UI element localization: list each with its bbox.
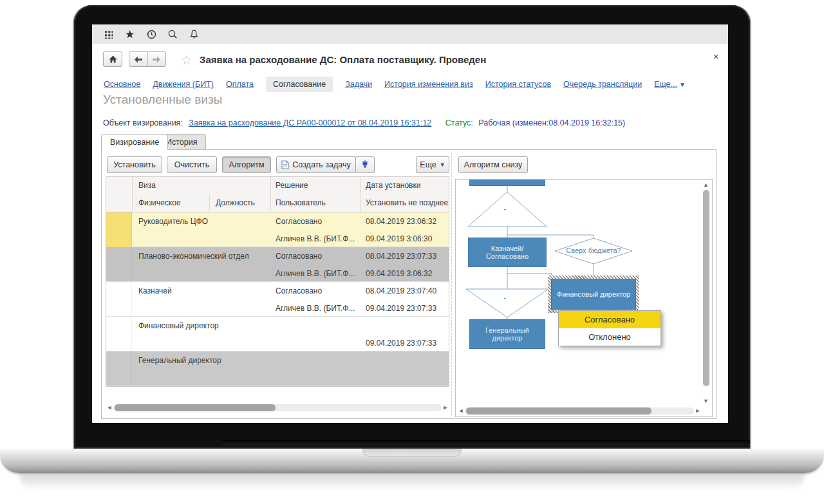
algorithm-button[interactable]: Алгоритм — [222, 156, 271, 173]
visa-table-header: Виза Решение Дата установки Физическое Д… — [106, 177, 449, 212]
chevron-down-icon: ▼ — [679, 81, 686, 88]
clear-button[interactable]: Очистить — [167, 156, 217, 173]
visa-name: Генеральный директор — [138, 356, 270, 365]
hint-bulb-button[interactable] — [355, 156, 375, 173]
workarea-panel: Установить Очистить Алгоритм Создать зад… — [101, 149, 716, 419]
date-set: 08.04.2019 23:06:32 — [366, 217, 448, 226]
date-set: 08.04.2019 23:07:33 — [366, 252, 448, 261]
row-indicator — [106, 351, 132, 386]
table-row[interactable]: Планово-экономический отдел Согласовано … — [106, 247, 449, 282]
flow-condition-over-budget[interactable]: Сверх бюджета? — [555, 247, 632, 254]
algorithm-below-button[interactable]: Алгоритм снизу — [458, 156, 528, 173]
scroll-track[interactable] — [465, 407, 694, 415]
nav-item-istoriya-statusov[interactable]: История статусов — [485, 80, 551, 89]
home-button[interactable] — [103, 51, 122, 67]
object-line: Объект визирования: Заявка на расходован… — [103, 118, 625, 127]
deadline: 09.04.2019 3:06:32 — [366, 269, 448, 278]
favorites-star-icon[interactable]: ★ — [125, 29, 136, 40]
more-button[interactable]: Еще▼ — [416, 156, 449, 173]
scroll-track[interactable] — [113, 404, 442, 411]
table-row[interactable]: Казначей Согласовано 08.04.2019 23:07:40… — [106, 282, 449, 317]
col-user: Пользователь — [276, 198, 326, 207]
deadline: 09.04.2019 3:06:30 — [366, 234, 448, 243]
pane-splitter[interactable] — [451, 153, 452, 415]
lightbulb-icon — [360, 160, 370, 170]
nav-tabs: Основное Движения (БИТ) Оплата Согласова… — [104, 76, 722, 93]
table-hscrollbar: ◄ ► — [106, 403, 449, 413]
app-screen: ★ ☆ Заявка на расходование ДС: Оплата п — [92, 24, 728, 423]
col-deadline: Установить не позднее — [366, 198, 448, 207]
tab-vizirovanie[interactable]: Визирование — [101, 134, 168, 150]
flow-hscrollbar: ◄ ► — [457, 406, 702, 416]
flow-node-findir: Финансовый директор — [551, 279, 636, 310]
flow-node-kaznachey[interactable]: Казначей/Согласовано — [468, 238, 547, 267]
nav-item-zadachi[interactable]: Задачи — [345, 80, 372, 89]
col-decision: Решение — [276, 181, 308, 190]
object-link[interactable]: Заявка на расходование ДС РА00-000012 от… — [189, 118, 431, 127]
row-indicator — [106, 212, 132, 247]
laptop-reflection — [19, 474, 805, 490]
row-indicator — [106, 317, 132, 351]
flow-node-findir-selected[interactable]: Финансовый директор — [548, 275, 639, 313]
algorithm-flow-panel: - Казначей/Согласовано Сверх бюджета? - … — [455, 179, 713, 417]
scroll-thumb[interactable] — [115, 404, 276, 411]
history-icon[interactable] — [146, 29, 157, 40]
scroll-right-icon[interactable]: ► — [694, 406, 702, 416]
table-row[interactable]: Генеральный директор — [106, 351, 449, 386]
scroll-track[interactable] — [703, 189, 709, 397]
scroll-thumb[interactable] — [703, 190, 709, 386]
create-task-button[interactable]: Создать задачу — [276, 156, 356, 173]
scroll-thumb[interactable] — [466, 407, 651, 415]
chevron-down-icon: ▼ — [440, 162, 445, 168]
flow-node-top[interactable] — [469, 179, 545, 186]
decision: Согласовано — [276, 252, 358, 261]
nav-item-oplata[interactable]: Оплата — [226, 80, 254, 89]
table-row[interactable]: Руководитель ЦФО Согласовано 08.04.2019 … — [106, 212, 449, 247]
col-person: Физическое — [138, 198, 181, 207]
status-value: Рабочая (изменен:08.04.2019 16:32:15) — [478, 118, 625, 127]
close-icon[interactable]: × — [713, 51, 719, 62]
forward-button[interactable] — [148, 52, 166, 66]
menu-item-approved[interactable]: Согласовано — [559, 311, 660, 328]
back-button[interactable] — [129, 52, 148, 66]
user: Агличев В.В. (БИТ.Ф... — [276, 304, 360, 313]
visa-name: Финансовый директор — [138, 321, 270, 330]
favorite-star-outline-icon[interactable]: ☆ — [181, 52, 192, 68]
row-indicator — [106, 282, 132, 317]
nav-item-osnovnoe[interactable]: Основное — [104, 80, 140, 89]
flow-merge-minus: - — [503, 204, 506, 214]
top-toolbar: ★ — [92, 24, 728, 44]
page-title: Установленные визы — [103, 93, 222, 107]
table-row[interactable]: Финансовый директор 09.04.2019 23:07:33 — [106, 317, 449, 351]
decision: Согласовано — [276, 217, 358, 226]
document-icon — [281, 160, 289, 169]
search-icon[interactable] — [167, 29, 178, 40]
scroll-left-icon[interactable]: ◄ — [457, 406, 465, 416]
screenshot-stage: ★ ☆ Заявка на расходование ДС: Оплата п — [0, 0, 824, 504]
window-title: Заявка на расходование ДС: Оплата постав… — [200, 54, 486, 65]
set-visa-button[interactable]: Установить — [107, 156, 162, 173]
notifications-bell-icon[interactable] — [189, 29, 200, 40]
user: Агличев В.В. (БИТ.Ф... — [276, 269, 360, 278]
decision-dropdown-menu: Согласовано Отклонено — [558, 310, 661, 346]
scroll-left-icon[interactable]: ◄ — [106, 403, 113, 413]
scroll-down-icon[interactable]: ▼ — [701, 397, 711, 405]
col-visa: Виза — [138, 181, 156, 190]
nav-item-more[interactable]: Еще...▼ — [654, 80, 686, 89]
menu-grid-icon[interactable] — [104, 29, 115, 40]
menu-item-rejected[interactable]: Отклонено — [559, 328, 660, 346]
nav-item-ochered[interactable]: Очередь трансляции — [563, 80, 642, 89]
scroll-right-icon[interactable]: ► — [442, 403, 449, 413]
flow-node-gendir[interactable]: Генеральный директор — [469, 319, 545, 349]
nav-history-buttons — [129, 51, 166, 67]
flow-vscrollbar: ▲ ▼ — [701, 181, 711, 405]
scroll-up-icon[interactable]: ▲ — [701, 181, 711, 189]
nav-item-istoriya-viz[interactable]: История изменения виз — [384, 80, 473, 89]
col-position: Должность — [216, 198, 255, 207]
visa-name: Казначей — [138, 286, 270, 295]
visa-name: Планово-экономический отдел — [138, 252, 270, 261]
row-indicator — [106, 247, 132, 282]
flow-merge-minus: - — [503, 293, 506, 303]
nav-item-dvizheniya[interactable]: Движения (БИТ) — [153, 80, 214, 89]
nav-item-soglasovanie-active[interactable]: Согласование — [266, 77, 333, 92]
